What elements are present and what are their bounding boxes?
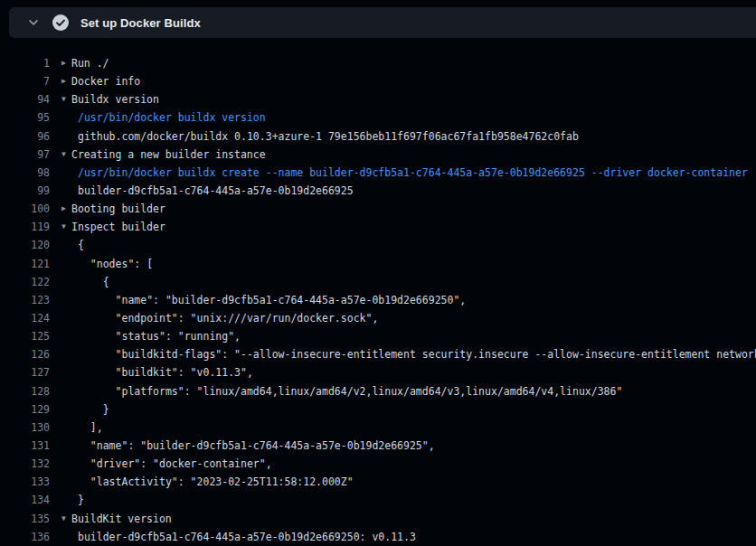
log-group-row[interactable]: 7 ▶ Docker info [0,72,756,90]
line-number-link[interactable]: 133 [0,473,50,491]
log-text: "endpoint": "unix:///var/run/docker.sock… [71,309,378,327]
caret-icon: ▼ [50,146,71,164]
log-line: 124 "endpoint": "unix:///var/run/docker.… [0,309,756,327]
log-line: 95 /usr/bin/docker buildx version [0,108,756,127]
log-group-label[interactable]: Run ./ [71,54,109,72]
log-line: 120 { [0,236,756,254]
line-number-link[interactable]: 135 [0,510,50,528]
log-line: 128 "platforms": "linux/amd64,linux/amd6… [0,382,756,400]
log-line: 136 builder-d9cfb5a1-c764-445a-a57e-0b19… [0,528,756,546]
log-text: "name": "builder-d9cfb5a1-c764-445a-a57e… [71,291,466,309]
log-group-row[interactable]: 135 ▼ BuildKit version [0,510,756,528]
log-text: "name": "builder-d9cfb5a1-c764-445a-a57e… [71,437,435,455]
log-group-row[interactable]: 97 ▼ Creating a new builder instance [0,146,756,164]
log-line: 133 "lastActivity": "2023-02-25T11:58:12… [0,473,756,491]
line-number-link[interactable]: 125 [0,327,50,345]
log-line: 126 "buildkitd-flags": "--allow-insecure… [0,345,756,363]
log-text: } [71,400,109,419]
log-text: "platforms": "linux/amd64,linux/amd64/v2… [71,382,622,400]
step-header[interactable]: Set up Docker Buildx [9,7,756,38]
log-line: 121 "nodes": [ [0,255,756,273]
log-line: 131 "name": "builder-d9cfb5a1-c764-445a-… [0,437,756,455]
line-number-link[interactable]: 128 [0,382,50,400]
line-number-link[interactable]: 123 [0,291,50,309]
log-group-label[interactable]: Buildx version [71,90,159,108]
line-number-link[interactable]: 95 [0,108,50,127]
log-line: 132 "driver": "docker-container", [0,455,756,473]
log-text: ], [71,419,103,437]
log-line: 96 github.com/docker/buildx 0.10.3+azure… [0,127,756,146]
line-number-link[interactable]: 127 [0,363,50,381]
line-number-link[interactable]: 136 [0,528,50,546]
log-group-row[interactable]: 100 ▶ Booting builder [0,200,756,218]
log-line: 129 } [0,400,756,419]
log-group-label[interactable]: Booting builder [71,200,165,218]
caret-icon: ▶ [50,54,71,72]
log-text: "driver": "docker-container", [71,455,272,473]
log-line: 123 "name": "builder-d9cfb5a1-c764-445a-… [0,291,756,309]
log-group-row[interactable]: 119 ▼ Inspect builder [0,218,756,236]
log-text: /usr/bin/docker buildx version [71,108,266,127]
log-text: github.com/docker/buildx 0.10.3+azure-1 … [71,127,579,146]
line-number-link[interactable]: 98 [0,164,50,182]
line-number-link[interactable]: 132 [0,455,50,473]
log-text: } [71,491,84,509]
log-line: 125 "status": "running", [0,327,756,345]
step-title: Set up Docker Buildx [80,16,201,30]
line-number-link[interactable]: 99 [0,182,50,200]
line-number-link[interactable]: 121 [0,255,50,273]
log-line: 122 { [0,273,756,291]
line-number-link[interactable]: 122 [0,273,50,291]
log-text: /usr/bin/docker buildx create --name bui… [71,164,748,182]
log-text: "buildkitd-flags": "--allow-insecure-ent… [71,345,756,363]
log-group-label[interactable]: Creating a new builder instance [71,146,266,164]
chevron-down-icon [27,16,40,29]
log-line: 134 } [0,491,756,509]
log-text: "buildkit": "v0.11.3", [71,363,253,381]
caret-icon: ▶ [50,200,71,218]
caret-icon: ▼ [50,90,71,108]
line-number-link[interactable]: 131 [0,437,50,455]
line-number-link[interactable]: 96 [0,127,50,146]
log-text: builder-d9cfb5a1-c764-445a-a57e-0b19d2e6… [71,528,416,546]
log-group-label[interactable]: Inspect builder [71,218,165,236]
line-number-link[interactable]: 119 [0,218,50,236]
log-viewer: 1 ▶ Run ./ 7 ▶ Docker info 94 ▼ Buildx v… [0,54,756,546]
line-number-link[interactable]: 120 [0,236,50,254]
log-text: { [71,236,84,254]
line-number-link[interactable]: 130 [0,419,50,437]
log-group-label[interactable]: Docker info [71,72,140,90]
line-number-link[interactable]: 134 [0,491,50,509]
log-text: "status": "running", [71,327,241,345]
log-text: "nodes": [ [71,255,153,273]
caret-icon: ▶ [50,72,71,90]
log-group-row[interactable]: 94 ▼ Buildx version [0,90,756,108]
caret-icon: ▼ [50,218,71,236]
line-number-link[interactable]: 97 [0,146,50,164]
log-text: "lastActivity": "2023-02-25T11:58:12.000… [71,473,354,491]
line-number-link[interactable]: 100 [0,200,50,218]
log-line: 98 /usr/bin/docker buildx create --name … [0,164,756,182]
line-number-link[interactable]: 129 [0,400,50,419]
log-line: 99 builder-d9cfb5a1-c764-445a-a57e-0b19d… [0,182,756,200]
log-line: 127 "buildkit": "v0.11.3", [0,363,756,381]
log-group-row[interactable]: 1 ▶ Run ./ [0,54,756,72]
line-number-link[interactable]: 94 [0,90,50,108]
check-circle-icon [52,14,69,31]
log-group-label[interactable]: BuildKit version [71,510,172,528]
line-number-link[interactable]: 7 [0,72,50,90]
caret-icon: ▼ [50,510,71,528]
log-line: 130 ], [0,419,756,437]
line-number-link[interactable]: 124 [0,309,50,327]
line-number-link[interactable]: 126 [0,345,50,363]
line-number-link[interactable]: 1 [0,54,50,72]
log-text: builder-d9cfb5a1-c764-445a-a57e-0b19d2e6… [71,182,354,200]
log-text: { [71,273,109,291]
